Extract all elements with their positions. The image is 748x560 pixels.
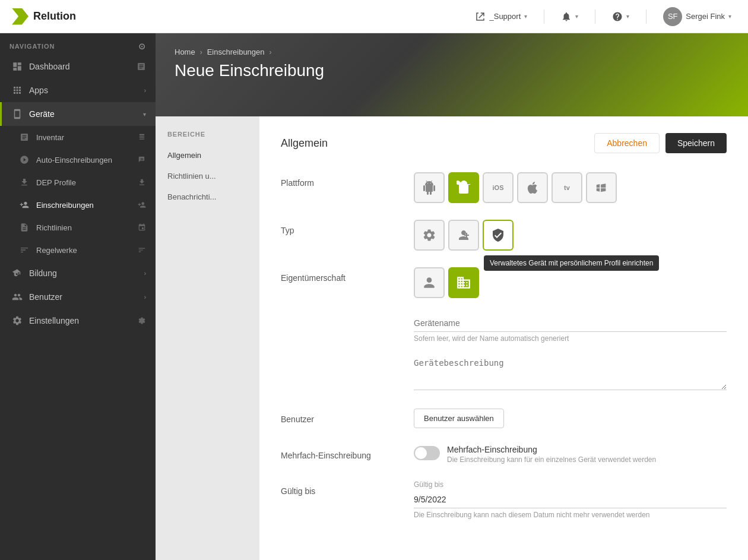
sidebar-item-benutzer[interactable]: Benutzer › [0,285,156,309]
enroll-icon-right [138,201,146,209]
settings-icon [11,315,23,327]
navigation-label: NAVIGATION [9,43,55,50]
typ-tooltip: Verwaltetes Gerät mit persönlichem Profi… [484,255,659,271]
geraete-arrow: ▾ [143,111,146,118]
cancel-button[interactable]: Abbrechen [594,133,660,153]
sidebar-item-regelwerke[interactable]: Regelwerke [0,239,156,261]
form-section-title: Allgemein [281,137,328,150]
gueltig-bis-input[interactable] [414,491,727,508]
sub-nav-section-label: Bereiche [156,126,259,143]
regelwerke-label: Regelwerke [36,246,77,255]
notifications-button[interactable]: ▾ [556,9,583,24]
sub-nav-benachrichti[interactable]: Benachrichti... [156,186,259,207]
sidebar-item-inventar[interactable]: Inventar [0,126,156,148]
platform-windows[interactable] [586,172,617,203]
sub-nav-allgemein[interactable]: Allgemein [156,145,259,166]
einstellungen-label: Einstellungen [29,316,79,325]
bildung-label: Bildung [29,268,57,278]
breadcrumb-home[interactable]: Home [175,48,195,56]
divider-2 [595,10,595,24]
benutzer-label: Benutzer [29,292,62,302]
eigentuemer-row: Eigentümerschaft [281,267,727,298]
geraetename-hint: Sofern leer, wird der Name automatisch g… [414,334,727,343]
user-menu[interactable]: SF Sergei Fink ▾ [658,5,736,29]
form-header-actions: Abbrechen Speichern [594,133,727,153]
platform-buttons: iOS tv [414,172,727,203]
sub-nav-richtlinien[interactable]: Richtlinien u... [156,166,259,186]
auto-einschreibungen-label: Auto-Einschreibungen [36,156,112,164]
rules-icon-right [138,246,146,254]
divider-3 [646,10,646,24]
platform-android-work[interactable] [448,172,479,203]
benutzer-auswahlen-button[interactable]: Benutzer auswählen [414,409,504,428]
typ-label: Typ [281,220,400,235]
date-field-group: Gültig bis Die Einschreibung kann nach d… [414,480,727,519]
benutzer-content: Benutzer auswählen [414,409,727,428]
sidebar-item-auto-einschreibungen[interactable]: Auto-Einschreibungen [0,148,156,171]
geraete-label: Geräte [29,109,55,119]
breadcrumb-einschreibungen[interactable]: Einschreibungen [207,48,265,56]
platform-appletv[interactable]: tv [552,172,582,203]
ownership-corporate[interactable] [448,267,479,298]
page-header: Home › Einschreibungen › Neue Einschreib… [156,33,748,116]
toggle-desc: Die Einschreibung kann für ein einzelnes… [447,455,656,464]
type-btn-1[interactable] [414,220,445,251]
support-label: _Support [489,12,521,21]
dashboard-action-icon [137,62,146,71]
logo: Relution [12,8,76,25]
platform-label: Plattform [281,172,400,188]
type-btn-3[interactable]: Verwaltetes Gerät mit persönlichem Profi… [483,220,514,251]
geraetename-row-label [281,315,400,321]
date-hint: Die Einschreibung kann nach diesem Datum… [414,511,727,519]
platform-content: iOS tv [414,172,727,203]
help-button[interactable]: ▾ [607,9,634,24]
auto-enroll-icon-right [138,156,146,164]
devices-icon [11,108,23,120]
apps-icon [11,84,23,96]
sidebar-item-einschreibungen[interactable]: Einschreibungen [0,194,156,216]
support-button[interactable]: _Support ▾ [470,9,532,24]
bildung-arrow: › [144,270,146,277]
save-button[interactable]: Speichern [665,133,727,153]
type-buttons: Verwaltetes Gerät mit persönlichem Profi… [414,220,727,251]
toggle-row: Mehrfach-Einschreibung Die Einschreibung… [414,445,727,464]
geraetename-input[interactable] [414,315,727,332]
apps-label: Apps [29,86,48,95]
dashboard-icon [11,61,23,72]
benutzer-row: Benutzer Benutzer auswählen [281,409,727,428]
platform-mac[interactable] [517,172,548,203]
richtlinien-label: Richtlinien [36,223,72,232]
inventar-icon-right [138,133,146,141]
geraetename-content: Sofern leer, wird der Name automatisch g… [414,315,727,392]
topbar-actions: _Support ▾ ▾ ▾ SF Sergei Fink ▾ [470,5,736,29]
platform-row: Plattform iOS tv [281,172,727,203]
logo-text: Relution [33,10,76,23]
mehrfach-toggle[interactable] [414,446,440,460]
benutzer-row-label: Benutzer [281,409,400,424]
sidebar-item-apps[interactable]: Apps › [0,78,156,102]
notifications-chevron: ▾ [575,13,578,20]
sidebar-section-header: NAVIGATION ⊙ [0,33,156,55]
sidebar-item-einstellungen[interactable]: Einstellungen [0,309,156,333]
rules-icon [18,244,30,256]
mehrfach-content: Mehrfach-Einschreibung Die Einschreibung… [414,445,727,464]
dashboard-label: Dashboard [29,62,70,71]
content-area: Bereiche Allgemein Richtlinien u... Bena… [156,116,748,560]
type-btn-2[interactable] [448,220,479,251]
eigentuemer-content [414,267,727,298]
mehrfach-row: Mehrfach-Einschreibung Mehrfach-Einschre… [281,445,727,464]
sidebar: NAVIGATION ⊙ Dashboard Apps › Geräte [0,33,156,560]
sidebar-item-richtlinien[interactable]: Richtlinien [0,216,156,239]
sidebar-item-dep-profile[interactable]: DEP Profile [0,171,156,194]
policies-icon [18,222,30,233]
sidebar-item-dashboard[interactable]: Dashboard [0,55,156,78]
einstellungen-icon-right [138,317,146,325]
ownership-personal[interactable] [414,267,445,298]
sidebar-item-geraete[interactable]: Geräte ▾ [0,102,156,126]
user-name: Sergei Fink [686,12,725,21]
sidebar-item-bildung[interactable]: Bildung › [0,261,156,285]
platform-android[interactable] [414,172,445,203]
topbar: Relution _Support ▾ ▾ ▾ SF Sergei Fink ▾ [0,0,748,33]
platform-ios[interactable]: iOS [483,172,514,203]
geraetebeschreibung-input[interactable] [414,355,727,390]
